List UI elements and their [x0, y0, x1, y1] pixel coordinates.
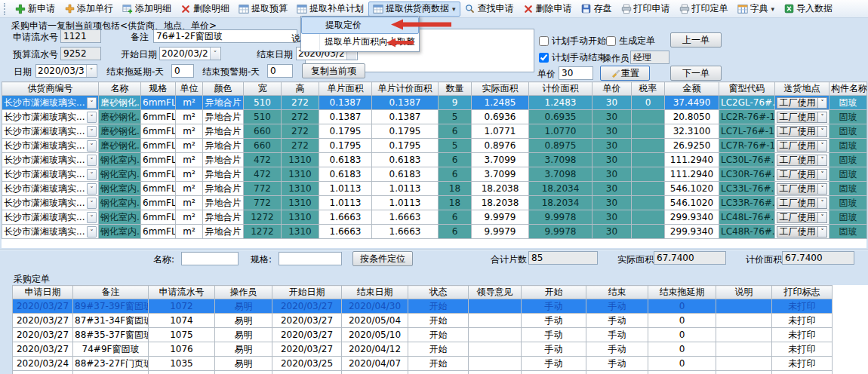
date-input[interactable]: [36, 66, 86, 76]
extract-supplier-data-button[interactable]: 提取供货商数据▾: [368, 2, 460, 17]
column-header[interactable]: 税率: [632, 82, 665, 96]
extract-budget-button[interactable]: 提取预算: [234, 2, 292, 17]
chevron-down-icon[interactable]: ▾: [771, 5, 775, 13]
column-header[interactable]: 申请日期: [13, 286, 73, 299]
column-header[interactable]: 结束拖延期: [648, 286, 716, 299]
delete-detail-button[interactable]: 删除明细: [176, 2, 234, 17]
column-header[interactable]: 供货商编号: [2, 82, 99, 96]
column-header[interactable]: 构件名称: [830, 82, 867, 96]
column-header[interactable]: 开始: [522, 286, 586, 299]
supplier-dropdown-icon[interactable]: ˅: [87, 155, 97, 166]
date-picker[interactable]: ˅: [35, 64, 97, 78]
add-detail-button[interactable]: 添加明细: [118, 2, 176, 17]
column-header[interactable]: 单位: [176, 82, 203, 96]
end-warn-field[interactable]: [267, 64, 293, 78]
table-row[interactable]: ˅长沙市潇湘玻璃实...钢化室内...6mmFLE...m²异地合片127213…: [2, 210, 867, 225]
extract-supplement-plan-button[interactable]: 提取补单计划: [292, 2, 368, 17]
column-header[interactable]: 实际面积: [472, 82, 529, 96]
column-header[interactable]: 领导意见: [469, 286, 522, 299]
supplier-dropdown-icon[interactable]: ˅: [87, 198, 97, 209]
delete-request-button[interactable]: 删除申请: [519, 2, 577, 17]
next-order-button[interactable]: 下一单: [670, 66, 722, 81]
print-order-button[interactable]: 打印定单: [675, 2, 733, 17]
supplier-dropdown-icon[interactable]: ˅: [87, 140, 97, 152]
table-row[interactable]: 2020/03/2774#9F窗固玻1076易明2020/03/272020/0…: [13, 342, 833, 357]
plan-manual-end-checkbox[interactable]: [539, 53, 549, 63]
chevron-down-icon[interactable]: ▾: [452, 5, 456, 13]
column-header[interactable]: 颜色: [203, 82, 244, 96]
delivery-place-button[interactable]: 工厂使用˅: [777, 226, 827, 238]
column-header[interactable]: 单片面积: [319, 82, 372, 96]
supplier-dropdown-icon[interactable]: ˅: [87, 212, 97, 223]
table-row[interactable]: 2020/03/2789#37-39F窗固玻1072易明2020/03/2720…: [13, 299, 833, 314]
supplier-dropdown-icon[interactable]: ˅: [87, 112, 97, 123]
print-request-button[interactable]: 打印申请: [617, 2, 675, 17]
supplier-dropdown-icon[interactable]: ˅: [87, 169, 97, 180]
name-filter-input[interactable]: [181, 252, 239, 265]
generate-order-checkbox[interactable]: [606, 36, 616, 46]
budget-no-field[interactable]: [60, 47, 101, 60]
column-header[interactable]: 申请流水号: [149, 286, 215, 299]
locate-by-condition-button[interactable]: 按条件定位: [352, 251, 413, 266]
column-header[interactable]: 开始日期: [272, 286, 342, 299]
column-header[interactable]: 金额: [665, 82, 719, 96]
supplier-dropdown-icon[interactable]: ˅: [87, 97, 97, 109]
table-row[interactable]: 2020/03/2787#31-34F窗固玻1074易明2020/03/2720…: [13, 314, 833, 328]
start-date-input[interactable]: [160, 48, 210, 59]
column-header[interactable]: 说明: [716, 286, 772, 299]
column-header[interactable]: 操作员: [215, 286, 272, 299]
table-row[interactable]: ˅长沙市潇湘玻璃实...钢化室内...6mmFLE...m²异地合片127213…: [2, 225, 867, 239]
table-row[interactable]: ˅长沙市潇湘玻璃实...钢化室内...6mmFLE...m²异地合片772131…: [2, 182, 867, 196]
supplier-dropdown-icon[interactable]: ˅: [87, 183, 97, 195]
previous-order-button[interactable]: 上一单: [670, 32, 722, 48]
supplier-dropdown-icon[interactable]: ˅: [87, 226, 97, 238]
column-header[interactable]: 窗型代码: [719, 82, 775, 96]
column-header[interactable]: 数量: [439, 82, 472, 96]
plan-manual-start-checkbox[interactable]: [539, 36, 549, 46]
table-row[interactable]: ˅长沙市潇湘玻璃实...磨砂钢化...6mmFLE...m²异地合片510272…: [2, 96, 867, 110]
add-row-button[interactable]: 添加单行: [60, 2, 118, 17]
new-request-button[interactable]: 新申请: [11, 2, 60, 17]
table-row[interactable]: ˅长沙市潇湘玻璃实...磨砂钢化...6mmFLE...m²异地合片510272…: [2, 110, 867, 124]
reset-button[interactable]: 重置: [600, 66, 650, 81]
column-header[interactable]: 单价: [593, 82, 632, 96]
table-row[interactable]: 2020/03/2488#23-27F门页玻1035易明2020/03/2520…: [13, 357, 833, 371]
delivery-place-button[interactable]: 工厂使用˅: [777, 198, 827, 209]
table-row[interactable]: ˅长沙市潇湘玻璃实...钢化室内...6mmFLE...m²异地合片472131…: [2, 153, 867, 167]
operator-field[interactable]: [630, 51, 669, 64]
table-row[interactable]: 2020/03/2788#35-37F窗固玻1075易明2020/03/2720…: [13, 328, 833, 342]
table-row[interactable]: ˅长沙市潇湘玻璃实...钢化室内...6mmFLE...m²异地合片772131…: [2, 196, 867, 210]
table-row[interactable]: ˅长沙市潇湘玻璃实...磨砂钢化...6mmFLE...m²异地合片660272…: [2, 139, 867, 153]
delivery-place-button[interactable]: 工厂使用˅: [777, 112, 827, 123]
column-header[interactable]: 状态: [408, 286, 469, 299]
unit-price-field[interactable]: [559, 66, 593, 80]
table-row[interactable]: ˅长沙市潇湘玻璃实...磨砂钢化...6mmFLE...m²异地合片660272…: [2, 124, 867, 139]
column-header[interactable]: 打印标志: [772, 286, 833, 299]
delivery-place-button[interactable]: 工厂使用˅: [777, 140, 827, 152]
column-header[interactable]: 宽: [244, 82, 282, 96]
table-row[interactable]: [13, 371, 833, 374]
delivery-place-button[interactable]: 工厂使用˅: [777, 183, 827, 195]
column-header[interactable]: 单片计价面积: [372, 82, 439, 96]
supplier-dropdown-icon[interactable]: ˅: [87, 126, 97, 137]
chevron-down-icon[interactable]: ˅: [86, 65, 96, 77]
find-request-button[interactable]: 查找申请: [460, 2, 519, 17]
column-header[interactable]: 备注: [73, 286, 149, 299]
chevron-down-icon[interactable]: ˅: [210, 48, 220, 60]
column-header[interactable]: 计价面积: [529, 82, 593, 96]
delivery-place-button[interactable]: 工厂使用˅: [777, 155, 827, 166]
delivery-place-button[interactable]: 工厂使用˅: [777, 126, 827, 137]
column-header[interactable]: 结束日期: [342, 286, 408, 299]
checkbox-plan-manual-start[interactable]: 计划手动开始: [539, 35, 606, 47]
delivery-place-button[interactable]: 工厂使用˅: [777, 169, 827, 180]
column-header[interactable]: 名称: [99, 82, 141, 96]
column-header[interactable]: 规格: [141, 82, 176, 96]
save-button[interactable]: 存盘: [577, 2, 617, 17]
column-header[interactable]: 结束: [586, 286, 648, 299]
column-header[interactable]: 高: [282, 82, 319, 96]
end-delay-field[interactable]: [171, 64, 194, 78]
column-header[interactable]: 送货地点: [775, 82, 830, 96]
start-date-picker[interactable]: ˅: [159, 47, 221, 60]
table-row[interactable]: ˅长沙市潇湘玻璃实...钢化室内...6mmFLE...m²异地合片472131…: [2, 167, 867, 182]
delivery-place-button[interactable]: 工厂使用˅: [777, 212, 827, 223]
